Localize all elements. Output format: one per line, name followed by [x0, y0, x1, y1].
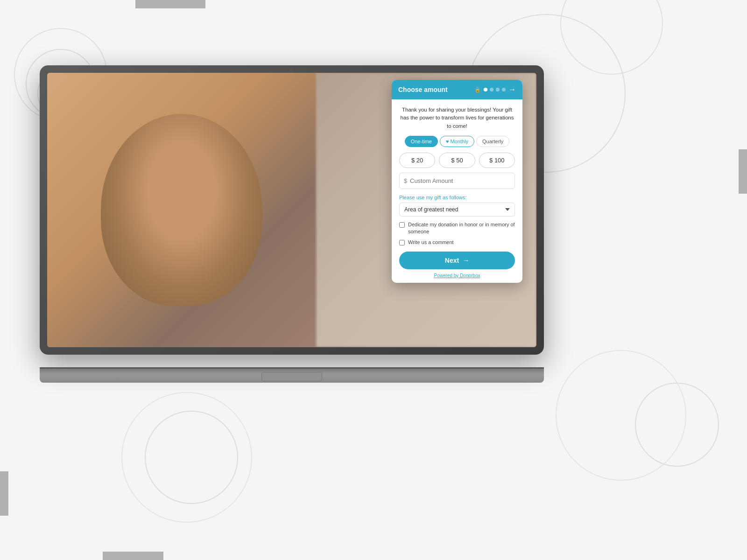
deco-rect-left — [0, 471, 8, 516]
laptop-camera — [290, 69, 294, 72]
laptop-bezel: Choose amount 🔒 → — [40, 65, 544, 355]
header-arrow-icon: → — [508, 85, 516, 94]
next-button-arrow: → — [463, 257, 469, 264]
tab-quarterly[interactable]: Quarterly — [476, 136, 509, 147]
modal-title: Choose amount — [398, 86, 448, 93]
next-button-label: Next — [445, 257, 459, 264]
checkbox-comment-input[interactable] — [399, 240, 405, 245]
laptop-screen: Choose amount 🔒 → — [47, 73, 536, 347]
deco-rect-right — [739, 149, 747, 194]
boy-photo — [47, 73, 316, 347]
deco-rect-top — [135, 0, 205, 8]
tab-one-time[interactable]: One-time — [405, 136, 438, 147]
step-dot-2 — [490, 88, 493, 91]
checkbox-comment: Write us a comment — [399, 239, 515, 246]
amount-btn-50[interactable]: $ 50 — [439, 153, 475, 168]
amount-btn-100[interactable]: $ 100 — [479, 153, 515, 168]
bg-circle-bottom-left-2 — [121, 392, 252, 523]
amount-buttons: $ 20 $ 50 $ 100 — [399, 153, 515, 168]
step-dot-3 — [496, 88, 500, 91]
frequency-tabs: One-time Monthly Quarterly — [399, 136, 515, 147]
powered-by-link[interactable]: Powered by Donorbox — [434, 273, 480, 278]
step-dot-1 — [484, 88, 487, 91]
custom-amount-input[interactable] — [399, 173, 515, 189]
laptop-base — [40, 369, 544, 383]
amount-btn-20[interactable]: $ 20 — [399, 153, 435, 168]
step-dot-4 — [502, 88, 506, 91]
tab-monthly[interactable]: Monthly — [440, 136, 474, 147]
checkbox-honor-label: Dedicate my donation in honor or in memo… — [408, 221, 515, 236]
checkbox-comment-label: Write us a comment — [408, 239, 454, 246]
checkbox-honor: Dedicate my donation in honor or in memo… — [399, 221, 515, 236]
modal-header-right: 🔒 → — [474, 85, 516, 94]
bg-circle-bottom-right-2 — [556, 350, 686, 481]
laptop-trackpad — [261, 372, 322, 381]
designation-select[interactable]: Area of greatest need Education Healthca… — [399, 203, 515, 217]
custom-amount-prefix: $ — [404, 177, 407, 184]
modal-tagline: Thank you for sharing your blessings! Yo… — [399, 106, 515, 130]
powered-by: Powered by Donorbox — [399, 273, 515, 278]
checkbox-honor-input[interactable] — [399, 222, 405, 228]
donation-modal: Choose amount 🔒 → — [392, 80, 522, 283]
next-button[interactable]: Next → — [399, 252, 515, 269]
step-dots — [484, 88, 506, 91]
designation-label: Please use my gift as follows: — [399, 195, 515, 200]
deco-rect-bottom — [103, 552, 163, 560]
modal-body: Thank you for sharing your blessings! Yo… — [392, 99, 522, 283]
modal-header: Choose amount 🔒 → — [392, 80, 522, 99]
laptop: Choose amount 🔒 → — [40, 65, 544, 383]
custom-amount-wrapper: $ — [399, 173, 515, 189]
lock-icon: 🔒 — [474, 87, 481, 93]
